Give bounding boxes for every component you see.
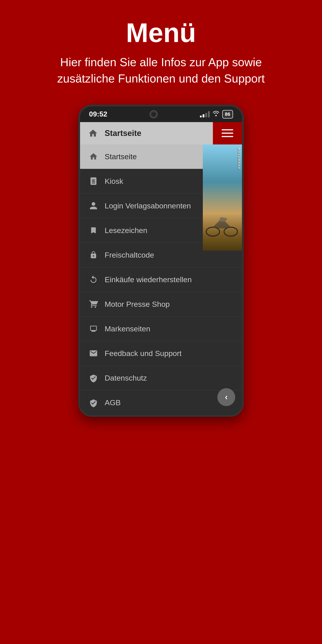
phone-frame: 09:52 86 — [78, 105, 244, 417]
header-subtitle: Hier finden Sie alle Infos zur App sowie… — [49, 54, 273, 87]
restore-icon — [87, 273, 100, 286]
bookmark-icon — [87, 224, 100, 237]
active-nav-item[interactable]: Startseite — [80, 122, 213, 144]
menu-label-kiosk: Kiosk — [105, 177, 123, 186]
magazine-brand: MOTORRAD — [237, 148, 241, 170]
hamburger-line-3 — [222, 136, 233, 137]
feedback-icon — [87, 346, 100, 360]
header-section: Menü Hier finden Sie alle Infos zur App … — [0, 0, 322, 100]
user-icon — [87, 199, 100, 212]
lock-icon — [87, 248, 100, 262]
agb-icon — [87, 396, 100, 410]
magazine-cover: MOTORRAD — [203, 144, 242, 251]
menu-label-einkaeufe: Einkäufe wiederherstellen — [105, 275, 192, 284]
menu-label-datenschutz: Datenschutz — [105, 374, 147, 382]
menu-label-login: Login Verlagsabonnenten — [105, 202, 191, 210]
status-time: 09:52 — [89, 110, 107, 118]
menu-item-einkaeufe[interactable]: Einkäufe wiederherstellen — [80, 268, 242, 292]
nav-label: Startseite — [105, 128, 141, 138]
phone-wrapper: 09:52 86 — [0, 100, 322, 430]
home-menu-icon — [87, 150, 100, 163]
kiosk-icon — [87, 174, 100, 188]
cart-icon — [87, 298, 100, 311]
menu-content: Startseite Kiosk — [80, 144, 242, 415]
datenschutz-icon — [87, 371, 100, 384]
menu-label-markenseiten: Markenseiten — [105, 324, 150, 333]
menu-label-lesezeichen: Lesezeichen — [105, 226, 147, 235]
svg-point-0 — [206, 227, 220, 236]
signal-icon — [200, 111, 210, 118]
wifi-icon — [212, 110, 220, 118]
svg-point-1 — [224, 227, 238, 236]
menu-item-markenseiten[interactable]: Markenseiten — [80, 317, 242, 341]
battery-indicator: 86 — [222, 110, 233, 118]
camera-icon — [150, 110, 158, 118]
menu-label-shop: Motor Presse Shop — [105, 300, 170, 308]
menu-label-freischaltcode: Freischaltcode — [105, 251, 154, 260]
home-icon — [87, 127, 99, 140]
back-button[interactable]: ‹ — [217, 388, 235, 406]
menu-label-feedback: Feedback und Support — [105, 349, 182, 358]
menu-item-shop[interactable]: Motor Presse Shop — [80, 292, 242, 317]
page-title: Menü — [126, 18, 196, 48]
menu-item-feedback[interactable]: Feedback und Support — [80, 341, 242, 366]
hamburger-line-2 — [222, 132, 233, 134]
app-header: Startseite — [80, 122, 242, 144]
status-right: 86 — [200, 110, 233, 118]
hamburger-line-1 — [222, 129, 233, 130]
menu-label-startseite: Startseite — [105, 152, 137, 161]
monitor-icon — [87, 322, 100, 336]
menu-item-datenschutz[interactable]: Datenschutz — [80, 366, 242, 390]
menu-label-agb: AGB — [105, 398, 121, 407]
hamburger-button[interactable] — [213, 122, 242, 144]
status-bar: 09:52 86 — [80, 106, 242, 122]
